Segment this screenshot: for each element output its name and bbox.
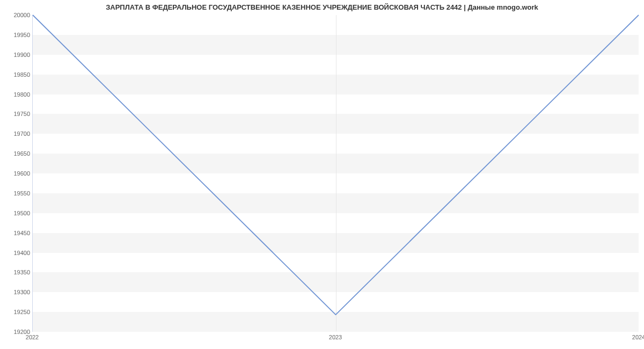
x-tick-label: 2022 bbox=[26, 334, 39, 340]
y-tick-label: 19650 bbox=[3, 150, 30, 157]
y-tick-label: 19750 bbox=[3, 111, 30, 117]
chart-container: ЗАРПЛАТА В ФЕДЕРАЛЬНОЕ ГОСУДАРСТВЕННОЕ К… bbox=[0, 0, 644, 349]
y-tick-label: 20000 bbox=[3, 12, 30, 18]
y-tick-label: 19700 bbox=[3, 130, 30, 137]
plot-area bbox=[32, 15, 639, 332]
y-tick-label: 19600 bbox=[3, 170, 30, 177]
line-series bbox=[33, 15, 639, 331]
y-tick-label: 19300 bbox=[3, 289, 30, 295]
y-tick-label: 19250 bbox=[3, 309, 30, 315]
y-tick-label: 19400 bbox=[3, 250, 30, 256]
chart-title: ЗАРПЛАТА В ФЕДЕРАЛЬНОЕ ГОСУДАРСТВЕННОЕ К… bbox=[0, 3, 644, 11]
y-tick-label: 19850 bbox=[3, 71, 30, 78]
y-tick-label: 19500 bbox=[3, 210, 30, 216]
y-tick-label: 19950 bbox=[3, 32, 30, 38]
x-tick-label: 2023 bbox=[329, 334, 342, 340]
y-tick-label: 19550 bbox=[3, 190, 30, 197]
y-tick-label: 19900 bbox=[3, 52, 30, 58]
x-tick-label: 2024 bbox=[632, 334, 644, 340]
y-tick-label: 19350 bbox=[3, 269, 30, 275]
y-tick-label: 19450 bbox=[3, 230, 30, 236]
data-line bbox=[33, 15, 639, 315]
y-tick-label: 19800 bbox=[3, 91, 30, 98]
